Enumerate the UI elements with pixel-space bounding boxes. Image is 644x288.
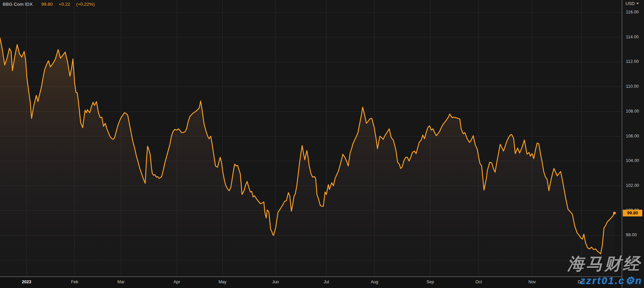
price-chart-area[interactable] [0,0,622,277]
y-tick-label: 102.00 [626,183,639,188]
x-axis: 2023FebMarAprMayJunJulAugSepOctNovDec [0,277,644,288]
y-tick-label: 116.00 [626,10,639,14]
x-tick-label-oct: Oct [475,280,482,284]
currency-label: USD [626,1,635,6]
x-tick-label-sep: Sep [427,280,434,284]
x-tick-label-mar: Mar [117,280,125,284]
x-tick-label-nov: Nov [528,280,536,284]
x-tick-label-feb: Feb [71,280,78,284]
x-tick-label-may: May [218,280,227,284]
price-change-pct: (+0.22%) [76,2,94,7]
chevron-down-icon [636,3,639,4]
y-tick-label: 114.00 [626,35,639,39]
x-tick-label-jul: Jul [324,280,329,284]
y-tick-label: 96.00 [626,257,637,262]
y-tick-label: 108.00 [626,109,639,114]
chart-window: BBG Com IDX 99.80 +0.22 (+0.22%) USD 116… [0,0,644,288]
price-change: +0.22 [59,2,70,7]
x-tick-label-aug: Aug [371,280,378,284]
y-tick-label: 112.00 [626,59,639,64]
chart-header: BBG Com IDX 99.80 +0.22 (+0.22%) [3,2,95,7]
price-line-chart [0,0,622,277]
y-tick-label: 106.00 [626,134,639,138]
y-tick-label: 110.00 [626,84,639,89]
last-price-dot [613,212,616,214]
x-tick-label-dec: Dec [578,280,585,284]
y-tick-label: 98.00 [626,233,637,237]
area-fill [0,38,614,277]
currency-dropdown[interactable]: USD [626,1,639,6]
y-tick-label: 104.00 [626,158,639,163]
x-tick-label-2023: 2023 [22,280,31,284]
last-price-badge: 99.80 [623,210,642,216]
last-price: 99.80 [41,2,53,7]
x-tick-label-apr: Apr [173,280,180,284]
instrument-name: BBG Com IDX [3,2,33,7]
y-axis-panel: USD 116.00114.00112.00110.00108.00106.00… [622,0,644,288]
x-tick-label-jun: Jun [272,280,279,284]
